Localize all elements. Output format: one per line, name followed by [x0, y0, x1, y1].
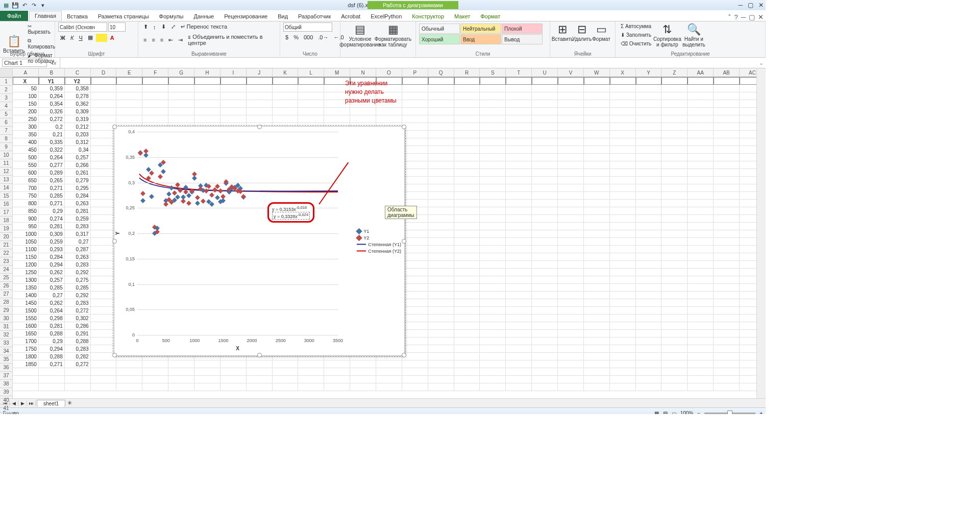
resize-handle-sw[interactable]	[112, 353, 117, 357]
currency-button[interactable]: $	[283, 33, 290, 41]
chart-legend[interactable]: Y1 Y2 Степенная (Y1) Степенная (Y2)	[357, 227, 401, 255]
equation-annotation-box[interactable]: y = 0,3153x-0,016 y = 0,3328x-0,024	[267, 202, 314, 223]
align-top-button[interactable]: ⬆	[141, 22, 150, 31]
tab-review[interactable]: Рецензирование	[219, 12, 273, 21]
resize-handle-s[interactable]	[257, 353, 262, 357]
redo-icon[interactable]: ↷	[30, 1, 38, 9]
tab-view[interactable]: Вид	[273, 12, 293, 21]
underline-button[interactable]: Ч	[77, 34, 84, 42]
conditional-formatting-button[interactable]: ▤Условное форматирование	[344, 22, 377, 47]
resize-handle-e[interactable]	[402, 239, 406, 244]
clear-button[interactable]: ⌫ Очистить	[619, 40, 653, 47]
align-left-button[interactable]: ≡	[141, 36, 149, 44]
copy-button[interactable]: ⧉ Копировать	[26, 37, 57, 51]
font-color-button[interactable]: А	[108, 34, 116, 42]
align-center-button[interactable]: ≡	[150, 36, 157, 44]
format-cells-button[interactable]: ▭Формат	[592, 22, 610, 42]
embedded-chart[interactable]: X Y 00,050,10,150,20,250,30,350,40500100…	[114, 126, 405, 356]
align-bottom-button[interactable]: ⬇	[159, 22, 168, 31]
font-name-combo[interactable]: Calibri (Основн	[58, 22, 107, 32]
tab-chart-layout[interactable]: Макет	[449, 12, 475, 21]
insert-cells-button[interactable]: ⊞Вставить	[553, 22, 572, 42]
maximize-icon[interactable]: ▢	[748, 2, 753, 9]
merge-button[interactable]: ⫅ Объединить и поместить в центре	[186, 33, 277, 47]
view-layout-icon[interactable]: ▤	[663, 411, 668, 415]
legend-item-y2[interactable]: Y2	[357, 235, 401, 240]
save-icon[interactable]: 💾	[11, 1, 19, 9]
orientation-button[interactable]: ⤢	[169, 22, 178, 31]
minimize-icon[interactable]: ─	[738, 2, 743, 9]
resize-handle-se[interactable]	[402, 353, 406, 357]
workbook-min-icon[interactable]: ─	[741, 13, 746, 21]
fill-button[interactable]: ⬇ Заполнить	[619, 31, 653, 39]
indent-dec-button[interactable]: ⇤	[166, 36, 175, 44]
qat-customize-icon[interactable]: ▾	[39, 1, 47, 9]
sheet[interactable]: ABCDEFGHIJKLMNOPQRSTUVWXYZAAABAC XY1Y250…	[13, 68, 766, 398]
fill-color-button[interactable]	[96, 34, 107, 42]
zoom-out-icon[interactable]: −	[697, 411, 700, 415]
tab-insert[interactable]: Вставка	[62, 12, 93, 21]
row-headers[interactable]: 1234567891011121314151617181920212223242…	[0, 68, 13, 398]
tab-file[interactable]: Файл	[0, 11, 28, 21]
align-middle-button[interactable]: ↕	[151, 23, 158, 31]
paste-button[interactable]: 📋Вставить	[3, 34, 24, 54]
resize-handle-ne[interactable]	[402, 125, 406, 129]
workbook-close-icon[interactable]: ✕	[758, 13, 764, 21]
equation-1[interactable]: y = 0,3153x-0,016	[272, 205, 310, 212]
tab-chart-format[interactable]: Формат	[475, 12, 505, 21]
align-right-button[interactable]: ≡	[158, 36, 165, 44]
format-as-table-button[interactable]: ▦Форматировать как таблицу	[378, 22, 408, 47]
sort-filter-button[interactable]: ⇅Сортировка и фильтр	[654, 22, 680, 47]
legend-item-trend-y1[interactable]: Степенная (Y1)	[357, 242, 401, 247]
autosum-button[interactable]: Σ Автосумма	[619, 22, 653, 30]
sheet-tab-1[interactable]: sheet1	[37, 400, 65, 407]
view-normal-icon[interactable]: ▦	[654, 411, 659, 415]
tab-chart-design[interactable]: Конструктор	[407, 12, 449, 21]
cut-button[interactable]: ✂ Вырезать	[26, 22, 57, 36]
tab-formulas[interactable]: Формулы	[154, 12, 189, 21]
x-axis-title[interactable]: X	[137, 346, 338, 351]
tab-excelpython[interactable]: ExcelPython	[365, 12, 407, 21]
tab-page-layout[interactable]: Разметка страницы	[93, 12, 154, 21]
legend-item-trend-y2[interactable]: Степенная (Y2)	[357, 249, 401, 254]
tab-developer[interactable]: Разработчик	[293, 12, 336, 21]
close-icon[interactable]: ✕	[758, 2, 764, 9]
new-sheet-icon[interactable]: ✳	[67, 400, 72, 406]
equation-2-selected[interactable]: y = 0,3328x-0,024	[272, 212, 310, 220]
style-neutral: Нейтральный	[460, 23, 501, 34]
comma-button[interactable]: 000	[302, 33, 315, 41]
delete-cells-button[interactable]: ⊟Удалить	[573, 22, 591, 42]
zoom-in-icon[interactable]: +	[760, 411, 763, 415]
minimize-ribbon-icon[interactable]: ˄	[728, 13, 731, 21]
resize-handle-nw[interactable]	[112, 125, 117, 129]
legend-item-y1[interactable]: Y1	[357, 229, 401, 234]
zoom-level[interactable]: 100%	[680, 411, 694, 415]
vertical-scrollbar[interactable]	[756, 68, 766, 398]
tab-data[interactable]: Данные	[188, 12, 219, 21]
indent-inc-button[interactable]: ⇥	[176, 36, 185, 44]
formula-expand-icon[interactable]: ⌄	[759, 60, 764, 66]
inc-decimal-button[interactable]: .0→	[316, 33, 330, 41]
border-button[interactable]: ▦	[86, 33, 95, 42]
resize-handle-w[interactable]	[112, 239, 117, 244]
cell-styles-gallery[interactable]: Обычный Нейтральный Плохой Хороший Ввод …	[419, 22, 547, 44]
formula-bar[interactable]: ⌄	[60, 58, 766, 68]
tab-acrobat[interactable]: Acrobat	[336, 12, 365, 21]
column-headers[interactable]: ABCDEFGHIJKLMNOPQRSTUVWXYZAAABAC	[13, 68, 766, 77]
resize-handle-n[interactable]	[257, 125, 262, 129]
undo-icon[interactable]: ↶	[20, 1, 29, 9]
percent-button[interactable]: %	[291, 33, 301, 41]
tab-home[interactable]: Главная	[29, 11, 62, 21]
help-icon[interactable]: ?	[734, 13, 738, 21]
view-break-icon[interactable]: ▭	[672, 411, 676, 415]
workbook-restore-icon[interactable]: ▢	[749, 13, 755, 21]
number-format-combo[interactable]: Общий	[283, 22, 332, 32]
italic-button[interactable]: К	[68, 34, 76, 42]
bold-button[interactable]: Ж	[58, 34, 67, 42]
wrap-text-button[interactable]: ↵ Перенос текста	[179, 22, 230, 31]
zoom-slider[interactable]	[704, 413, 755, 414]
font-size-combo[interactable]: 10	[108, 22, 126, 32]
select-all-corner[interactable]	[0, 68, 12, 78]
plot-area[interactable]: X Y 00,050,10,150,20,250,30,350,40500100…	[137, 132, 338, 335]
find-select-button[interactable]: 🔍Найти и выделить	[681, 22, 706, 47]
